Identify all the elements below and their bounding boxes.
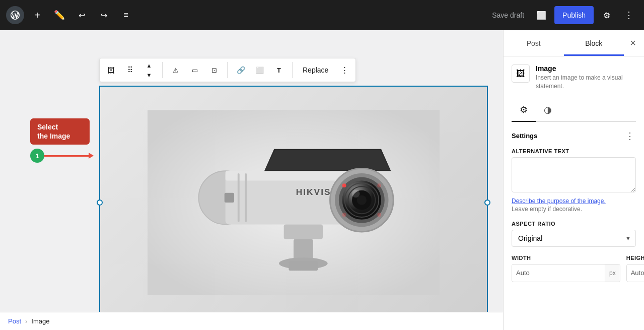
annotation-row: 1 [30, 149, 90, 163]
svg-rect-4 [238, 173, 240, 222]
breadcrumb-bar: Post › Image [0, 312, 503, 330]
image-block-icon: 🖼 [107, 66, 115, 75]
text-overlay-button[interactable]: T [270, 61, 288, 79]
toolbar-block-type-group: 🖼 ⠿ ▲ ▼ [100, 61, 160, 80]
undo-button[interactable]: ↩ [73, 6, 91, 24]
settings-tabs: ⚙ ◑ [512, 99, 636, 122]
align-center-button[interactable]: ▭ [186, 61, 204, 79]
add-block-button[interactable]: + [28, 6, 46, 24]
block-title: Image [536, 64, 636, 73]
undo-icon: ↩ [79, 11, 85, 20]
options-button[interactable]: ⋮ [620, 6, 638, 24]
crop-button[interactable]: ⬜ [251, 61, 269, 79]
height-field: HEIGHT px [626, 255, 644, 282]
preview-button[interactable]: ⬜ [532, 6, 550, 24]
settings-icon: ⚙ [603, 11, 610, 20]
move-down-button[interactable]: ▼ [140, 71, 158, 80]
top-bar: + ✏️ ↩ ↪ ≡ Save draft ⬜ Publish ⚙ ⋮ [0, 0, 644, 30]
contrast-icon: ◑ [544, 104, 552, 115]
step-circle: 1 [30, 149, 44, 163]
move-up-button[interactable]: ▲ [140, 61, 158, 70]
drag-handle-button[interactable]: ⠿ [121, 61, 139, 79]
svg-point-21 [377, 213, 381, 217]
settings-header: Settings ⋮ [512, 130, 636, 142]
width-input-wrap: px [512, 264, 620, 282]
text-icon: T [277, 67, 281, 74]
svg-point-19 [377, 183, 381, 187]
align-center-icon: ▭ [192, 67, 198, 74]
redo-button[interactable]: ↪ [95, 6, 113, 24]
align-button[interactable]: ⚠ [167, 61, 185, 79]
toolbar-separator-3 [292, 62, 293, 78]
settings-gear-tab[interactable]: ⚙ [512, 99, 536, 121]
close-panel-button[interactable]: × [624, 34, 642, 52]
panel-content: 🖼 Image Insert an image to make a visual… [504, 56, 644, 330]
svg-point-18 [342, 183, 346, 187]
settings-style-tab[interactable]: ◑ [536, 99, 560, 121]
height-input[interactable] [627, 265, 644, 281]
list-view-button[interactable]: ≡ [117, 6, 135, 24]
block-icon-box: 🖼 [512, 64, 530, 83]
width-input[interactable] [512, 265, 605, 281]
camera-image: HIKVISION [148, 107, 440, 298]
post-tab[interactable]: Post [504, 30, 564, 56]
more-options-button[interactable]: ⋮ [335, 61, 353, 79]
wp-icon [10, 10, 20, 20]
list-icon: ≡ [123, 11, 128, 20]
tools-button[interactable]: ✏️ [50, 6, 68, 24]
svg-point-17 [352, 190, 360, 197]
describe-hint: Leave empty if decorative. [512, 206, 636, 213]
width-field: WIDTH px [512, 255, 620, 282]
toolbar-separator-1 [162, 62, 163, 78]
svg-rect-26 [225, 193, 234, 203]
block-info: 🖼 Image Insert an image to make a visual… [512, 64, 636, 91]
resize-handle-left[interactable] [97, 200, 103, 206]
svg-rect-22 [284, 225, 323, 239]
wp-logo [6, 6, 24, 24]
image-block[interactable]: HIKVISION [99, 86, 488, 319]
tooltip-line2: the Image [37, 132, 70, 140]
save-draft-button[interactable]: Save draft [488, 11, 528, 19]
publish-button[interactable]: Publish [554, 6, 594, 24]
height-input-wrap: px [626, 264, 644, 282]
full-width-button[interactable]: ⊡ [205, 61, 223, 79]
editor-area: 🖼 ⠿ ▲ ▼ ⚠ ▭ ⊡ [0, 30, 503, 330]
svg-point-20 [342, 213, 346, 217]
top-bar-right: Save draft ⬜ Publish ⚙ ⋮ [488, 6, 638, 24]
breadcrumb-post[interactable]: Post [8, 317, 21, 325]
settings-title: Settings [512, 132, 537, 140]
gear-icon: ⚙ [520, 104, 528, 115]
toolbar-separator-2 [227, 62, 228, 78]
resize-handle-right[interactable] [484, 200, 490, 206]
toolbar-align-group: ⚠ ▭ ⊡ [165, 61, 225, 79]
block-tab[interactable]: Block [564, 30, 624, 56]
plus-icon: + [34, 10, 40, 21]
block-type-button[interactable]: 🖼 [102, 61, 120, 79]
alt-text-input[interactable] [512, 157, 636, 192]
annotation-tooltip: Select the Image 1 [30, 118, 90, 163]
preview-icon: ⬜ [536, 11, 546, 20]
toolbar-actions-group: 🔗 ⬜ T [230, 61, 290, 79]
link-icon: 🔗 [237, 66, 245, 74]
breadcrumb-image: Image [31, 317, 49, 325]
aspect-ratio-select[interactable]: Original 16:9 4:3 3:2 1:1 9:16 [512, 230, 636, 247]
settings-more-button[interactable]: ⋮ [624, 130, 636, 142]
arrow-line [44, 155, 90, 157]
tooltip-bubble: Select the Image [30, 118, 90, 145]
describe-link[interactable]: Describe the purpose of the image. [512, 197, 636, 205]
width-label: WIDTH [512, 255, 620, 261]
block-toolbar: 🖼 ⠿ ▲ ▼ ⚠ ▭ ⊡ [99, 58, 356, 82]
replace-button[interactable]: Replace [297, 61, 334, 79]
svg-rect-25 [289, 261, 318, 271]
breadcrumb-separator: › [25, 317, 27, 325]
panel-tabs: Post Block × [504, 30, 644, 56]
align-icon: ⚠ [173, 67, 179, 74]
block-info-text: Image Insert an image to make a visual s… [536, 64, 636, 91]
settings-toggle-button[interactable]: ⚙ [598, 6, 616, 24]
link-button[interactable]: 🔗 [232, 61, 250, 79]
toolbar-replace-group: Replace ⋮ [295, 61, 355, 79]
aspect-ratio-label: ASPECT RATIO [512, 221, 636, 227]
image-icon: 🖼 [516, 69, 525, 79]
more-icon: ⋮ [341, 65, 348, 75]
more-vertical-icon: ⋮ [624, 10, 633, 21]
